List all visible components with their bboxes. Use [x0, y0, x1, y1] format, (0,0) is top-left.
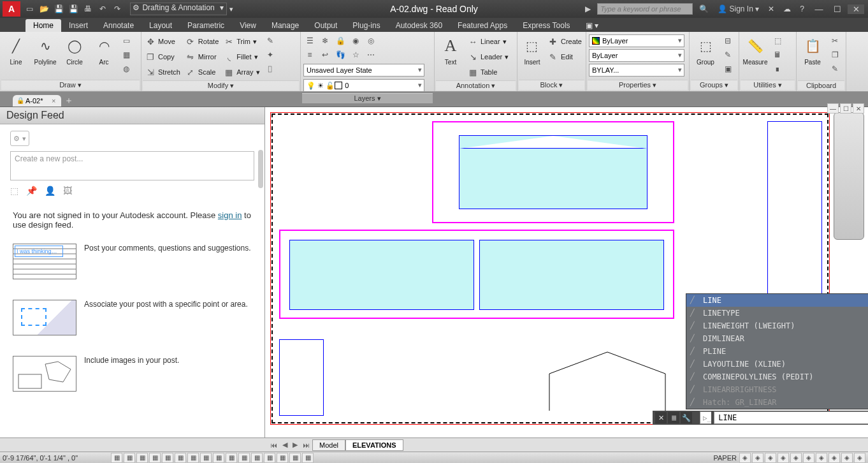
stayconnected-icon[interactable]: ☁	[781, 4, 793, 13]
mention-tool-icon[interactable]: 👤	[45, 186, 55, 196]
layout-next-icon[interactable]: ▶	[290, 441, 300, 449]
match-icon[interactable]: ✎	[828, 62, 841, 75]
ws-status-icon[interactable]: ◈	[790, 453, 802, 463]
ungroup-icon[interactable]: ⊟	[721, 34, 734, 47]
erase-icon[interactable]: ✎	[264, 34, 277, 47]
group-button[interactable]: ⬚Group	[692, 34, 719, 66]
menu-tab-manage[interactable]: Manage	[264, 19, 307, 32]
rectangle-icon[interactable]: ▭	[120, 34, 133, 47]
search-play-icon[interactable]: ▶	[582, 4, 593, 13]
ellipse-icon[interactable]: ◍	[120, 62, 133, 75]
command-input[interactable]	[714, 411, 868, 424]
tpy-toggle-icon[interactable]: ▦	[251, 453, 263, 463]
block-edit-button[interactable]: ✎Edit	[547, 50, 583, 64]
move-button[interactable]: ✥Move	[144, 34, 182, 48]
minimize-button[interactable]: —	[811, 4, 827, 14]
layer-prev-icon[interactable]: ↩	[319, 48, 331, 61]
scale-button[interactable]: ⤢Scale	[184, 65, 220, 79]
exchange-icon[interactable]: ✕	[765, 4, 777, 13]
hw-status-icon[interactable]: ◈	[816, 453, 827, 463]
group-bb-icon[interactable]: ▣	[721, 62, 734, 75]
layer-state-icon[interactable]: ☆	[349, 48, 362, 61]
polar-toggle-icon[interactable]: ▦	[162, 453, 173, 463]
ortho-toggle-icon[interactable]: ▦	[149, 453, 161, 463]
layer-on-icon[interactable]: ◎	[365, 34, 377, 47]
open-icon[interactable]: 📂	[38, 3, 50, 15]
group-edit-icon[interactable]: ✎	[721, 48, 734, 61]
autocomplete-item[interactable]: ╱LINEWEIGHT (LWEIGHT)	[686, 320, 868, 332]
circle-button[interactable]: ◯Circle	[61, 34, 88, 66]
iso-status-icon[interactable]: ◈	[828, 453, 840, 463]
autocomplete-item[interactable]: ╱LAYOUTLINE (XLINE)	[686, 358, 868, 371]
drawing-canvas[interactable]: A-02 ?🌐 ╱LINE╱LINETYPE╱LINEWEIGHT (LWEIG…	[265, 107, 868, 437]
sc-toggle-icon[interactable]: ▦	[277, 453, 288, 463]
block-panel-title[interactable]: Block ▾	[519, 80, 584, 90]
cmd-recent-icon[interactable]: ≣	[668, 412, 679, 423]
paper-model-toggle[interactable]: PAPER	[714, 454, 737, 462]
layer-state-selector[interactable]: Unsaved Layer State	[303, 64, 424, 77]
layer-iso-icon[interactable]: ☰	[303, 34, 316, 47]
redo-icon[interactable]: ↷	[112, 3, 123, 15]
mirror-button[interactable]: ⇋Mirror	[184, 50, 220, 64]
annoscale-status-icon[interactable]: ◈	[765, 453, 776, 463]
annovis-status-icon[interactable]: ◈	[778, 453, 789, 463]
quickcalc-icon[interactable]: 🖩	[771, 48, 784, 61]
paste-button[interactable]: 📋Paste	[799, 34, 826, 66]
navigation-bar[interactable]	[834, 112, 864, 240]
linear-dim-button[interactable]: ↔Linear ▾	[467, 34, 510, 48]
layer-walk-icon[interactable]: 👣	[334, 48, 347, 61]
ducs-toggle-icon[interactable]: ▦	[213, 453, 224, 463]
new-icon[interactable]: ▭	[24, 3, 35, 15]
autocomplete-item[interactable]: ╱LINETYPE	[686, 307, 868, 320]
copy-clip-icon[interactable]: ❐	[828, 48, 841, 61]
menu-tab-annotate[interactable]: Annotate	[96, 19, 141, 32]
help-icon[interactable]: ?	[797, 4, 807, 13]
frame-tool-icon[interactable]: ⬚	[10, 186, 18, 196]
menu-tab-view[interactable]: View	[232, 19, 264, 32]
layer-current-selector[interactable]: 💡 ☀ 🔓 0	[303, 79, 424, 92]
menu-tab-layout[interactable]: Layout	[141, 19, 180, 32]
undo-icon[interactable]: ↶	[97, 3, 108, 15]
maximize-button[interactable]: ☐	[829, 4, 846, 14]
search-group-icon[interactable]: 🔍	[697, 4, 711, 13]
text-button[interactable]: AText	[437, 34, 464, 66]
autocomplete-item[interactable]: ╱Hatch: GR_LINEAR	[686, 396, 868, 409]
explode-icon[interactable]: ✦	[264, 48, 277, 61]
modify-panel-title[interactable]: Modify ▾	[143, 80, 299, 91]
grid-status-icon[interactable]: ◈	[739, 453, 751, 463]
osnap-toggle-icon[interactable]: ▦	[175, 453, 186, 463]
point-icon[interactable]: ∎	[771, 62, 784, 75]
snap-toggle-icon[interactable]: ▦	[124, 453, 135, 463]
snap-status-icon[interactable]: ◈	[752, 453, 763, 463]
plot-icon[interactable]: 🖶	[82, 3, 94, 15]
cut-icon[interactable]: ✂	[828, 34, 841, 47]
line-button[interactable]: ╱Line	[3, 34, 29, 66]
grid-toggle-icon[interactable]: ▦	[136, 453, 148, 463]
otrack-toggle-icon[interactable]: ▦	[200, 453, 212, 463]
block-create-button[interactable]: ✚Create	[547, 34, 583, 48]
layer-off-icon[interactable]: ◉	[349, 34, 362, 47]
app-menu-button[interactable]: A	[3, 1, 20, 17]
trim-button[interactable]: ✂Trim ▾	[222, 34, 261, 48]
saveas-icon[interactable]: 💾	[68, 3, 79, 15]
autocomplete-item[interactable]: ╱PLINE	[686, 345, 868, 358]
autocomplete-item[interactable]: ╱DIMLINEAR	[686, 332, 868, 345]
stretch-button[interactable]: ⇲Stretch	[144, 65, 182, 79]
autocomplete-item[interactable]: ╱LINEARBRIGHTNESS	[686, 383, 868, 396]
lineweight-selector[interactable]: ByLayer	[589, 49, 684, 62]
search-input[interactable]	[597, 3, 693, 15]
menu-tab-plug-ins[interactable]: Plug-ins	[345, 19, 387, 32]
infer-toggle-icon[interactable]: ▦	[111, 453, 122, 463]
elevations-tab[interactable]: ELEVATIONS	[345, 439, 403, 451]
qat-flyout-icon[interactable]: ▾	[229, 5, 233, 13]
measure-button[interactable]: 📏Measure	[742, 34, 769, 66]
scrollbar[interactable]	[258, 150, 263, 188]
copy-button[interactable]: ❐Copy	[144, 50, 182, 64]
properties-panel-title[interactable]: Properties ▾	[588, 80, 688, 90]
menu-tab-featured-apps[interactable]: Featured Apps	[450, 19, 515, 32]
save-icon[interactable]: 💾	[53, 3, 64, 15]
layer-lock-icon[interactable]: 🔒	[334, 34, 347, 47]
offset-icon[interactable]: ⌷	[264, 62, 277, 75]
view-close-icon[interactable]: ✕	[853, 103, 864, 114]
cmd-settings-icon[interactable]: 🔧	[681, 412, 692, 423]
